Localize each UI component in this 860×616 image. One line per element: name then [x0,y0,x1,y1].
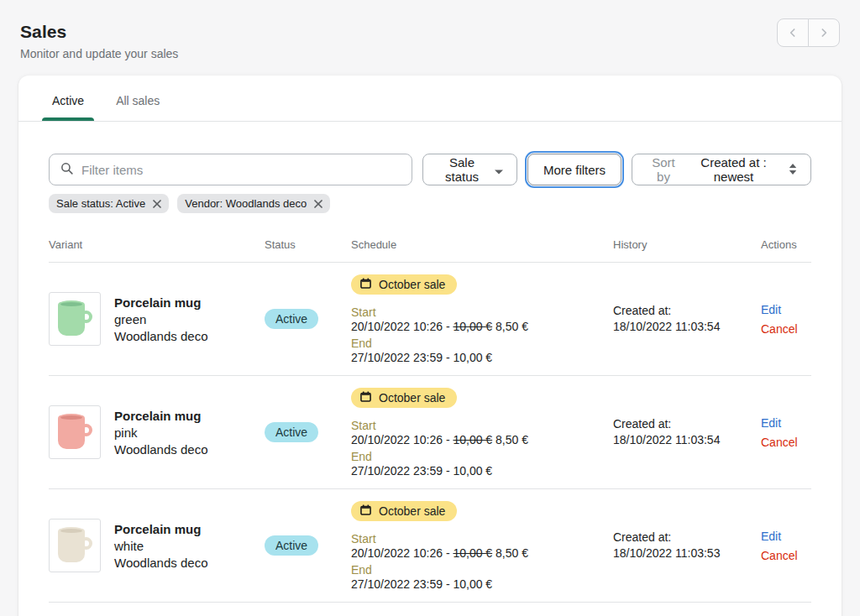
applied-filters: Sale status: Active Vendor: Woodlands de… [49,194,811,213]
mug-illustration [57,302,92,336]
table-header-row: Variant Status Schedule History Actions [49,238,811,263]
page-title: Sales [20,22,840,42]
column-header-variant: Variant [49,238,265,251]
sale-badge-label: October sale [379,504,445,518]
table-row: Porcelain mug white Woodlands deco Activ… [49,489,811,603]
created-at-label: Created at: [613,416,761,432]
filter-chip-sale-status[interactable]: Sale status: Active [49,194,169,213]
history-cell: Created at: 18/10/2022 11:03:53 [613,530,761,561]
status-cell: Active [265,422,351,442]
next-page-button[interactable] [808,18,840,47]
previous-page-button[interactable] [777,18,809,47]
tab-active-label: Active [52,94,84,107]
card-content: Sale status More filters Sort by Created… [18,154,842,603]
sort-prefix-label: Sort by [646,155,681,184]
more-filters-label: More filters [543,163,606,177]
status-cell: Active [265,535,351,556]
pagination [777,18,840,47]
product-image [49,405,101,459]
edit-link[interactable]: Edit [761,530,781,543]
variant-text: Porcelain mug white Woodlands deco [114,522,207,570]
schedule-start-label: Start [351,532,613,546]
sale-badge-label: October sale [379,278,445,291]
schedule-start-label: Start [351,305,613,319]
schedule-end-label: End [351,337,613,350]
chevron-right-icon [817,26,831,39]
variant-text: Porcelain mug green Woodlands deco [114,295,207,343]
variant-option: white [114,539,207,553]
tab-all-sales[interactable]: All sales [106,88,170,121]
product-name: Porcelain mug [114,409,207,423]
actions-cell: Edit Cancel [761,416,811,449]
sale-status-dropdown-button[interactable]: Sale status [422,154,517,185]
variant-text: Porcelain mug pink Woodlands deco [114,409,207,457]
schedule-start-value: 20/10/2022 10:26 - 10,00 € 8,50 € [351,320,613,333]
variant-cell: Porcelain mug green Woodlands deco [49,292,265,346]
page-subtitle: Monitor and update your sales [20,47,840,60]
created-at-value: 18/10/2022 11:03:54 [613,319,761,335]
variant-cell: Porcelain mug white Woodlands deco [49,519,265,572]
status-cell: Active [265,309,351,329]
calendar-icon [360,278,371,291]
status-badge: Active [265,535,318,556]
cancel-link[interactable]: Cancel [761,436,798,449]
schedule-start-value: 20/10/2022 10:26 - 10,00 € 8,50 € [351,546,613,560]
sale-badge: October sale [351,274,457,295]
schedule-cell: October sale Start 20/10/2022 10:26 - 10… [351,501,613,591]
sale-badge-label: October sale [379,391,445,405]
vendor-name: Woodlands deco [114,556,207,570]
edit-link[interactable]: Edit [761,303,781,316]
column-header-actions: Actions [761,238,811,251]
new-price: 8,50 € [496,546,528,560]
search-input[interactable] [81,163,401,177]
schedule-cell: October sale Start 20/10/2022 10:26 - 10… [351,388,613,478]
cancel-link[interactable]: Cancel [761,322,798,336]
chevron-left-icon [786,26,800,39]
schedule-end-value: 27/10/2022 23:59 - 10,00 € [351,577,613,591]
calendar-icon [360,504,371,518]
schedule-end-label: End [351,563,613,577]
created-at-label: Created at: [613,530,761,546]
search-input-wrapper[interactable] [49,154,412,185]
calendar-icon [360,391,371,405]
actions-cell: Edit Cancel [761,303,811,336]
filter-chip-vendor[interactable]: Vendor: Woodlands deco [177,194,330,213]
tab-active[interactable]: Active [42,88,94,121]
cancel-link[interactable]: Cancel [761,549,798,562]
filter-chip-vendor-label: Vendor: Woodlands deco [185,197,307,210]
variant-option: pink [114,425,207,440]
search-icon [60,161,74,179]
sales-page: Sales Monitor and update your sales Acti… [0,0,860,616]
product-name: Porcelain mug [114,522,207,536]
schedule-end-label: End [351,450,613,463]
status-badge: Active [265,422,318,442]
tab-all-sales-label: All sales [116,94,160,107]
schedule-start-value: 20/10/2022 10:26 - 10,00 € 8,50 € [351,433,613,446]
status-badge: Active [265,309,318,329]
schedule-start-label: Start [351,419,613,432]
product-name: Porcelain mug [114,295,207,310]
schedule-end-value: 27/10/2022 23:59 - 10,00 € [351,464,613,478]
remove-filter-icon[interactable] [314,200,322,208]
sort-select[interactable]: Sort by Created at : newest [632,154,811,185]
filter-toolbar: Sale status More filters Sort by Created… [49,154,811,185]
old-price: 10,00 € [453,546,492,560]
column-header-history: History [613,238,761,251]
remove-filter-icon[interactable] [153,200,161,208]
more-filters-button[interactable]: More filters [527,154,621,185]
column-header-schedule: Schedule [351,238,613,251]
old-price: 10,00 € [453,320,492,333]
created-at-value: 18/10/2022 11:03:53 [613,546,761,561]
created-at-label: Created at: [613,303,761,319]
vendor-name: Woodlands deco [114,442,207,457]
actions-cell: Edit Cancel [761,530,811,562]
edit-link[interactable]: Edit [761,416,781,430]
vendor-name: Woodlands deco [114,329,207,343]
product-image [49,519,101,572]
sale-status-label: Sale status [437,155,487,184]
table-row: Porcelain mug green Woodlands deco Activ… [49,263,811,376]
variant-option: green [114,312,207,326]
schedule-cell: October sale Start 20/10/2022 10:26 - 10… [351,274,613,364]
filter-chip-sale-status-label: Sale status: Active [56,197,145,210]
sales-card: Active All sales Sale status [18,76,842,616]
